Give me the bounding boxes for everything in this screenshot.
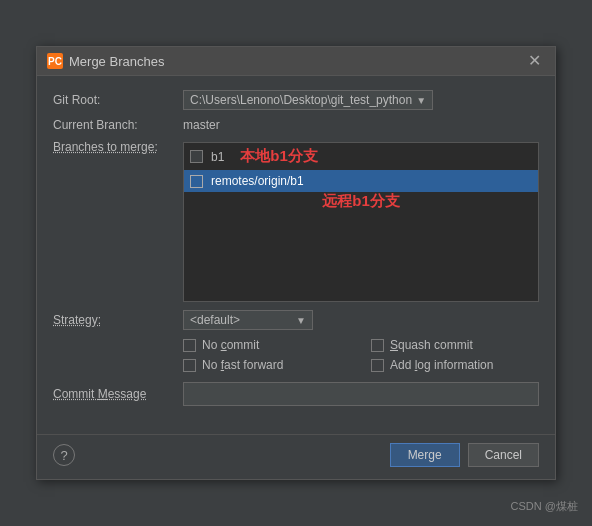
merge-button[interactable]: Merge [390, 443, 460, 467]
options-grid: No commit Squash commit No fast forward … [183, 338, 539, 372]
footer-buttons: Merge Cancel [390, 443, 539, 467]
current-branch-value: master [183, 118, 220, 132]
chevron-down-icon: ▼ [416, 95, 426, 106]
branch-row-b1[interactable]: b1 本地b1分支 [184, 143, 538, 170]
merge-branches-dialog: PC Merge Branches ✕ Git Root: C:\Users\L… [36, 46, 556, 480]
branches-to-merge-label: Branches to merge: [53, 140, 183, 154]
option-no-fast-forward[interactable]: No fast forward [183, 358, 351, 372]
strategy-row: Strategy: <default> ▼ [53, 310, 539, 330]
current-branch-row: Current Branch: master [53, 118, 539, 132]
git-root-value: C:\Users\Lenono\Desktop\git_test_python [190, 93, 412, 107]
commit-message-label: Commit Message [53, 387, 183, 401]
no-fast-forward-label: No fast forward [202, 358, 283, 372]
add-log-label: Add log information [390, 358, 493, 372]
no-fast-forward-checkbox[interactable] [183, 359, 196, 372]
app-icon: PC [47, 53, 63, 69]
no-commit-label: No commit [202, 338, 259, 352]
no-commit-checkbox[interactable] [183, 339, 196, 352]
branches-list: b1 本地b1分支 remotes/origin/b1 远程b1分支 [183, 142, 539, 302]
branches-to-merge-row: Branches to merge: b1 本地b1分支 remotes/ori… [53, 140, 539, 302]
add-log-checkbox[interactable] [371, 359, 384, 372]
commit-message-input[interactable] [183, 382, 539, 406]
branch-remote-b1-name: remotes/origin/b1 [211, 174, 304, 188]
current-branch-label: Current Branch: [53, 118, 183, 132]
branch-b1-checkbox[interactable] [190, 150, 203, 163]
title-bar: PC Merge Branches ✕ [37, 47, 555, 76]
branches-list-container: b1 本地b1分支 remotes/origin/b1 远程b1分支 [183, 140, 539, 302]
strategy-dropdown[interactable]: <default> ▼ [183, 310, 313, 330]
option-add-log[interactable]: Add log information [371, 358, 539, 372]
dialog-content: Git Root: C:\Users\Lenono\Desktop\git_te… [37, 76, 555, 434]
git-root-dropdown[interactable]: C:\Users\Lenono\Desktop\git_test_python … [183, 90, 433, 110]
title-bar-left: PC Merge Branches [47, 53, 164, 69]
dialog-title: Merge Branches [69, 54, 164, 69]
strategy-label: Strategy: [53, 313, 183, 327]
cancel-button[interactable]: Cancel [468, 443, 539, 467]
squash-commit-checkbox[interactable] [371, 339, 384, 352]
remote-annotation: 远程b1分支 [314, 184, 408, 217]
watermark: CSDN @煤桩 [511, 499, 578, 514]
branch-remote-b1-checkbox[interactable] [190, 175, 203, 188]
strategy-value: <default> [190, 313, 292, 327]
squash-commit-label: Squash commit [390, 338, 473, 352]
close-button[interactable]: ✕ [524, 53, 545, 69]
strategy-chevron-icon: ▼ [296, 315, 306, 326]
option-no-commit[interactable]: No commit [183, 338, 351, 352]
git-root-row: Git Root: C:\Users\Lenono\Desktop\git_te… [53, 90, 539, 110]
commit-message-row: Commit Message [53, 382, 539, 406]
branch-b1-annotation: 本地b1分支 [240, 147, 318, 166]
option-squash-commit[interactable]: Squash commit [371, 338, 539, 352]
help-button[interactable]: ? [53, 444, 75, 466]
git-root-label: Git Root: [53, 93, 183, 107]
dialog-footer: ? Merge Cancel [37, 434, 555, 479]
branch-b1-name: b1 [211, 150, 224, 164]
remote-annotation-container: 远程b1分支 [184, 192, 538, 211]
